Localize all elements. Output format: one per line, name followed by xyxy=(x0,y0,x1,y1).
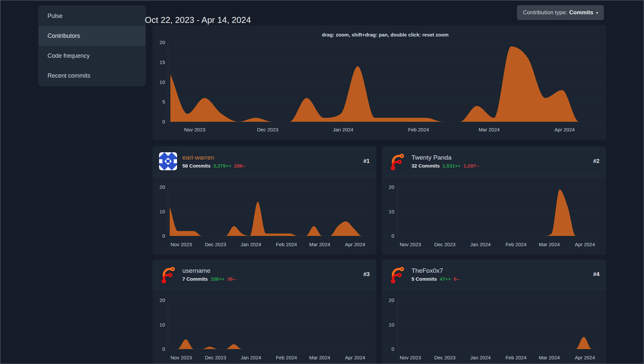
svg-text:Mar 2024: Mar 2024 xyxy=(309,242,330,247)
contributor-username: Twenty Panda xyxy=(412,154,451,161)
contributor-header: TheFox0x7 5 Commits 47++ 6-- #4 xyxy=(382,259,606,289)
sidebar-item-pulse[interactable]: Pulse xyxy=(39,6,145,26)
avatar-identicon xyxy=(159,152,177,170)
contributors-page: Pulse Contributors Code frequency Recent… xyxy=(0,0,644,364)
contributor-header: earl-warren 58 Commits 3,375++ 286-- #1 xyxy=(152,146,376,176)
svg-text:20: 20 xyxy=(159,297,165,303)
svg-text:0: 0 xyxy=(162,346,165,352)
svg-text:10: 10 xyxy=(159,209,165,214)
svg-text:Apr 2024: Apr 2024 xyxy=(554,127,575,132)
avatar-forgejo-logo xyxy=(159,265,177,283)
contributor-username: TheFox0x7 xyxy=(412,267,443,274)
contribution-type-dropdown[interactable]: Contribution type: Commits ▾ xyxy=(517,5,604,20)
contributor-header: username 7 Commits 108++ 36-- #3 xyxy=(152,259,376,289)
svg-text:Feb 2024: Feb 2024 xyxy=(506,242,526,247)
svg-text:0: 0 xyxy=(162,119,165,124)
contributor-username-link[interactable]: earl-warren xyxy=(182,154,214,161)
svg-text:Apr 2024: Apr 2024 xyxy=(345,355,365,360)
svg-text:Apr 2024: Apr 2024 xyxy=(575,355,595,360)
svg-text:Feb 2024: Feb 2024 xyxy=(276,355,297,360)
svg-text:10: 10 xyxy=(389,322,394,328)
contributor-header: Twenty Panda 32 Commits 1,531++ 1,297-- … xyxy=(382,146,606,176)
additions-count: 1,531++ xyxy=(442,163,461,169)
svg-text:0: 0 xyxy=(392,346,394,352)
svg-text:20: 20 xyxy=(389,184,394,190)
svg-text:Dec 2023: Dec 2023 xyxy=(434,242,455,247)
svg-text:Feb 2024: Feb 2024 xyxy=(506,355,526,360)
svg-text:Jan 2024: Jan 2024 xyxy=(333,127,353,132)
additions-count: 108++ xyxy=(211,276,225,282)
svg-text:Dec 2023: Dec 2023 xyxy=(205,355,226,360)
contributor-stats: 5 Commits 47++ 6-- xyxy=(412,276,588,282)
contributor-chart[interactable]: 01020Nov 2023Dec 2023Jan 2024Feb 2024Mar… xyxy=(152,176,376,255)
svg-text:0: 0 xyxy=(392,233,394,239)
contributor-stats: 58 Commits 3,375++ 286-- xyxy=(182,163,358,169)
svg-text:Nov 2023: Nov 2023 xyxy=(400,355,421,360)
svg-text:Mar 2024: Mar 2024 xyxy=(479,127,500,132)
commit-count: 32 Commits xyxy=(412,163,440,169)
rank-badge: #3 xyxy=(363,271,370,278)
svg-text:Dec 2023: Dec 2023 xyxy=(205,242,226,247)
contributor-card-3: username 7 Commits 108++ 36-- #3 01020No… xyxy=(152,259,376,364)
svg-text:10: 10 xyxy=(159,322,165,328)
contributor-chart[interactable]: 01020Nov 2023Dec 2023Jan 2024Feb 2024Mar… xyxy=(382,289,606,364)
svg-text:0: 0 xyxy=(162,233,165,239)
svg-text:Apr 2024: Apr 2024 xyxy=(345,242,365,247)
svg-text:Nov 2023: Nov 2023 xyxy=(170,355,192,360)
deletions-count: 286-- xyxy=(234,163,246,169)
svg-text:Nov 2023: Nov 2023 xyxy=(170,242,192,247)
contribution-type-value: Commits xyxy=(569,9,594,16)
contributor-chart[interactable]: 01020Nov 2023Dec 2023Jan 2024Feb 2024Mar… xyxy=(382,176,606,255)
svg-text:15: 15 xyxy=(159,59,165,65)
contributor-stats: 7 Commits 108++ 36-- xyxy=(182,276,358,282)
sidebar-item-recent-commits[interactable]: Recent commits xyxy=(39,66,145,86)
additions-count: 3,375++ xyxy=(213,163,231,169)
avatar-forgejo-logo xyxy=(388,152,406,170)
svg-text:5: 5 xyxy=(162,99,165,105)
rank-badge: #1 xyxy=(363,158,370,165)
commit-count: 58 Commits xyxy=(182,163,211,169)
svg-text:Mar 2024: Mar 2024 xyxy=(309,355,330,360)
contributor-stats: 32 Commits 1,531++ 1,297-- xyxy=(412,163,588,169)
svg-text:Dec 2023: Dec 2023 xyxy=(257,127,278,132)
deletions-count: 1,297-- xyxy=(463,163,479,169)
sidebar-item-code-frequency[interactable]: Code frequency xyxy=(39,46,145,66)
svg-text:Mar 2024: Mar 2024 xyxy=(539,355,560,360)
svg-text:Mar 2024: Mar 2024 xyxy=(539,242,560,247)
svg-text:Nov 2023: Nov 2023 xyxy=(184,127,205,132)
contributor-username: username xyxy=(182,267,211,274)
contributor-chart[interactable]: 01020Nov 2023Dec 2023Jan 2024Feb 2024Mar… xyxy=(152,289,376,364)
svg-text:20: 20 xyxy=(159,184,165,190)
contribution-type-label: Contribution type: xyxy=(523,9,567,16)
total-contributions-chart[interactable]: 05101520Nov 2023Dec 2023Jan 2024Feb 2024… xyxy=(152,25,606,140)
svg-text:Jan 2024: Jan 2024 xyxy=(241,242,261,247)
svg-text:Feb 2024: Feb 2024 xyxy=(408,127,429,132)
svg-text:drag: zoom, shift+drag: pan, d: drag: zoom, shift+drag: pan, double clic… xyxy=(322,32,448,37)
svg-text:20: 20 xyxy=(159,39,165,45)
commit-count: 5 Commits xyxy=(412,276,437,282)
chevron-down-icon: ▾ xyxy=(596,10,598,15)
deletions-count: 36-- xyxy=(227,276,236,282)
svg-text:Nov 2023: Nov 2023 xyxy=(400,242,421,247)
contributor-card-2: Twenty Panda 32 Commits 1,531++ 1,297-- … xyxy=(382,146,606,255)
deletions-count: 6-- xyxy=(454,276,460,282)
svg-text:Apr 2024: Apr 2024 xyxy=(575,242,595,247)
svg-text:10: 10 xyxy=(389,209,394,214)
additions-count: 47++ xyxy=(440,276,451,282)
sidebar-item-contributors[interactable]: Contributors xyxy=(39,26,145,46)
rank-badge: #2 xyxy=(593,158,599,165)
commit-count: 7 Commits xyxy=(182,276,208,282)
contributor-card-1: earl-warren 58 Commits 3,375++ 286-- #1 … xyxy=(152,146,376,255)
svg-text:20: 20 xyxy=(389,297,394,303)
svg-text:Jan 2024: Jan 2024 xyxy=(470,242,491,247)
rank-badge: #4 xyxy=(593,271,599,278)
date-range-heading: Oct 22, 2023 - Apr 14, 2024 xyxy=(145,15,251,25)
contributor-card-4: TheFox0x7 5 Commits 47++ 6-- #4 01020Nov… xyxy=(382,259,606,364)
sidebar-menu: Pulse Contributors Code frequency Recent… xyxy=(39,6,145,86)
total-contributions-card: 05101520Nov 2023Dec 2023Jan 2024Feb 2024… xyxy=(152,25,606,140)
svg-text:10: 10 xyxy=(159,79,165,85)
svg-text:Feb 2024: Feb 2024 xyxy=(276,242,297,247)
svg-text:Dec 2023: Dec 2023 xyxy=(434,355,455,360)
svg-text:Jan 2024: Jan 2024 xyxy=(241,355,261,360)
svg-text:Jan 2024: Jan 2024 xyxy=(470,355,491,360)
